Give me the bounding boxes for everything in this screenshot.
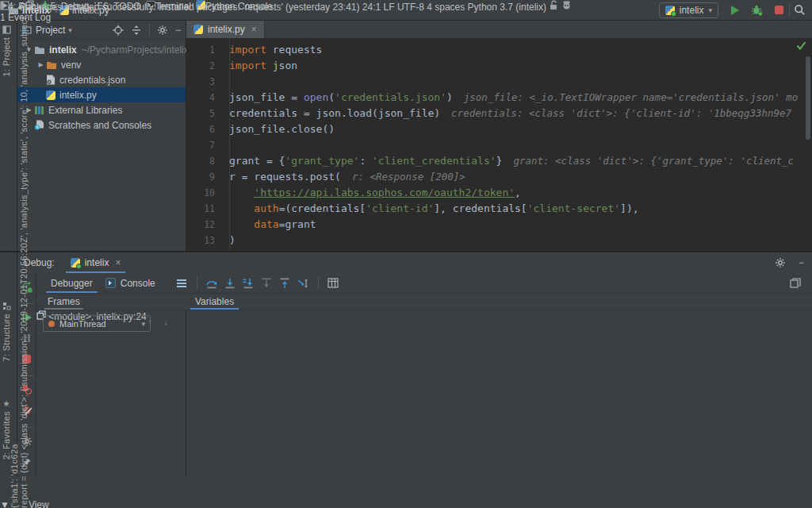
code-segment: 'credentials.json' — [335, 91, 446, 103]
debug-tab-label: intelix — [85, 257, 109, 268]
step-out-button[interactable] — [276, 275, 294, 292]
python-run-icon — [71, 258, 80, 267]
collapse-all-icon[interactable] — [131, 25, 142, 36]
threads-view-icon[interactable] — [173, 275, 191, 292]
code-line: 3 — [186, 74, 812, 90]
line-number: 7 — [186, 137, 229, 153]
code-segment: 'client-secret' — [527, 202, 620, 214]
debug-settings-gear-icon[interactable] — [775, 257, 786, 268]
step-out-block-button[interactable] — [258, 275, 276, 292]
code-segment: grant = { — [229, 155, 285, 167]
code-line: 12 data=grant — [186, 217, 812, 233]
run-to-cursor-button[interactable] — [294, 275, 312, 292]
step-over-button[interactable] — [203, 275, 221, 292]
console-icon — [105, 278, 116, 288]
debugger-inline-hint: json_file: <_io.TextIOWrapper name='cred… — [464, 91, 798, 103]
toolbar-divider — [789, 4, 790, 17]
python-file-icon — [193, 25, 203, 34]
previous-frame-icon[interactable]: ↑ — [147, 317, 152, 328]
next-frame-icon[interactable]: ↓ — [163, 317, 168, 328]
debugger-inline-hint: grant: <class 'dict'>: {'grant_type': 'c… — [513, 155, 794, 167]
event-log-badge: 1 — [0, 12, 6, 23]
hide-debug-panel-icon[interactable]: − — [799, 257, 804, 268]
hide-panel-icon[interactable]: − — [175, 25, 181, 36]
code-segment: ) — [446, 91, 453, 103]
stop-button[interactable] — [775, 6, 783, 14]
tab-debugger[interactable]: Debugger — [44, 273, 99, 293]
code-segment: , — [515, 187, 521, 198]
debug-session-tab[interactable]: intelix × — [66, 252, 126, 273]
run-config-selector[interactable]: intelix ▾ — [659, 2, 718, 18]
status-bar: Packages installed successfully: Install… — [0, 0, 572, 13]
close-icon[interactable]: × — [251, 24, 257, 35]
close-icon[interactable]: × — [115, 257, 121, 268]
locate-file-icon[interactable] — [113, 25, 124, 36]
toolbar-divider — [318, 277, 319, 290]
search-everywhere-button[interactable] — [794, 4, 806, 16]
code-segment: ) — [229, 234, 236, 246]
line-ending[interactable]: LF — [384, 2, 395, 13]
variable-name: report — [19, 483, 29, 508]
step-over-icon — [205, 278, 218, 289]
lock-icon[interactable] — [549, 0, 558, 10]
code-segment: ( — [328, 91, 335, 103]
caret-position[interactable]: 24:1 — [362, 2, 381, 13]
debugger-toolbar: Debugger Console — [36, 273, 812, 294]
event-log-button[interactable]: 1 Event Log — [0, 12, 51, 23]
tree-item-label: venv — [61, 60, 81, 71]
file-encoding[interactable]: UTF-8 — [397, 2, 424, 13]
view-link[interactable]: View — [29, 499, 49, 508]
toolwindow-quick-access-icon[interactable] — [0, 1, 10, 10]
settings-gear-icon[interactable] — [157, 25, 168, 36]
code-segment: ], credentials[ — [434, 202, 527, 214]
status-message[interactable]: Packages installed successfully: Install… — [20, 2, 359, 13]
variable-type: {dict} — [19, 452, 29, 473]
debugger-inline-hint: r: <Response [200]> — [352, 171, 465, 183]
layout-icon — [790, 278, 801, 288]
tab-label: intelix.py — [208, 24, 245, 35]
inspections-ok-icon[interactable] — [796, 41, 806, 52]
thread-name: MainThread — [59, 319, 106, 329]
code-segment: data — [254, 218, 278, 230]
thread-selector[interactable]: MainThread ▾ — [43, 315, 151, 332]
step-into-button[interactable] — [221, 275, 239, 292]
code-lines: 1import requests2import json34json_file … — [186, 42, 812, 248]
run-button[interactable] — [731, 6, 739, 15]
restore-layout-button[interactable] — [786, 275, 804, 292]
editor-scrollbar[interactable] — [806, 56, 810, 140]
code-segment: credentials = json.load(json_file) — [229, 107, 440, 119]
line-number: 2 — [186, 58, 229, 74]
indent-setting[interactable]: 4 spaces — [427, 2, 465, 13]
code-segment — [229, 218, 254, 230]
var-expander-icon[interactable]: ▼ — [0, 499, 10, 508]
code-line: 8grant = {'grant_type': 'client_credenti… — [186, 153, 812, 169]
debug-panel-header: Debug: intelix × − — [17, 252, 812, 273]
code-line: 6json_file.close() — [186, 121, 812, 137]
line-number: 5 — [186, 106, 229, 121]
search-icon — [794, 4, 806, 16]
code-segment: 'client-id' — [366, 202, 434, 214]
inspection-profile-icon[interactable] — [561, 0, 572, 10]
console-tab-label: Console — [121, 278, 155, 289]
debugger-tab-label: Debugger — [51, 278, 93, 289]
code-segment: json — [266, 60, 297, 71]
code-segment: import — [229, 44, 266, 56]
variables-header-label: Variables — [195, 296, 234, 307]
code-editor[interactable]: 1import requests2import json34json_file … — [186, 39, 812, 251]
view-as-table-button[interactable] — [324, 275, 343, 292]
tab-console[interactable]: Console — [99, 273, 162, 293]
variable-row-report[interactable]: ▼report = {dict} <class 'dict'>: {'submi… — [0, 0, 49, 508]
force-step-into-button[interactable] — [239, 275, 258, 292]
line-number: 13 — [186, 233, 229, 248]
step-into-icon — [224, 278, 236, 289]
code-segment — [229, 187, 254, 198]
variables-header[interactable]: Variables — [190, 294, 239, 310]
tab-intelix-py[interactable]: intelix.py × — [186, 21, 265, 38]
debug-button[interactable] — [751, 4, 763, 16]
interpreter[interactable]: Python 3.7 (intelix) — [468, 2, 546, 13]
run-config-python-icon — [665, 6, 675, 15]
line-number: 1 — [186, 42, 229, 58]
frames-header[interactable]: Frames — [44, 294, 83, 310]
project-dropdown-icon[interactable]: ▾ — [68, 26, 72, 34]
line-number: 3 — [186, 74, 229, 90]
